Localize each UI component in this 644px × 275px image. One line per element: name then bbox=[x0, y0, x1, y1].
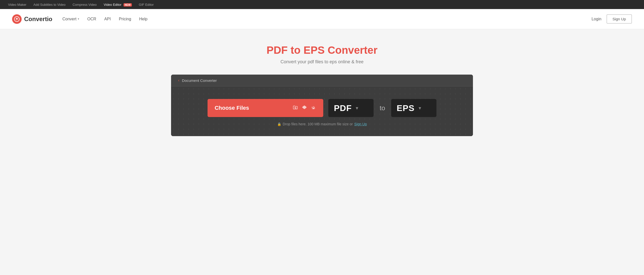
from-format-label: PDF bbox=[334, 103, 352, 113]
to-label: to bbox=[380, 104, 385, 112]
nav-convert[interactable]: Convert ▾ bbox=[62, 17, 79, 21]
nav-help[interactable]: Help bbox=[139, 17, 147, 21]
logo[interactable]: Convertio bbox=[12, 14, 52, 24]
converter-header: ‹ Document Converter bbox=[171, 75, 473, 86]
drop-info-text: Drop files here. 100 MB maximum file siz… bbox=[283, 122, 353, 126]
converter-body: Choose Files bbox=[171, 86, 473, 136]
hero-subtitle: Convert your pdf files to eps online & f… bbox=[5, 59, 639, 65]
folder-search-icon bbox=[293, 105, 298, 112]
nav-api[interactable]: API bbox=[104, 17, 111, 21]
logo-text: Convertio bbox=[24, 16, 52, 23]
btn-icons bbox=[293, 105, 316, 112]
navbar-right: Login Sign Up bbox=[591, 14, 632, 24]
from-format-chevron-icon: ▾ bbox=[356, 105, 358, 111]
converter-controls: Choose Files bbox=[181, 99, 463, 117]
topbar-video-editor[interactable]: Video Editor NEW bbox=[104, 3, 132, 7]
topbar-gif-editor[interactable]: GIF Editor bbox=[139, 3, 154, 7]
nav-ocr[interactable]: OCR bbox=[87, 17, 96, 21]
nav-links: Convert ▾ OCR API Pricing Help bbox=[62, 17, 147, 21]
to-format-selector[interactable]: EPS ▾ bbox=[391, 99, 436, 117]
to-format-label: EPS bbox=[397, 103, 415, 113]
topbar-video-maker[interactable]: Video Maker bbox=[8, 3, 26, 7]
nav-pricing[interactable]: Pricing bbox=[119, 17, 131, 21]
new-badge: NEW bbox=[124, 3, 132, 7]
navbar: Convertio Convert ▾ OCR API Pricing Help… bbox=[0, 9, 644, 29]
logo-icon bbox=[12, 14, 22, 24]
chevron-left-icon: ‹ bbox=[178, 78, 179, 83]
topbar-add-subtitles[interactable]: Add Subtitles to Video bbox=[33, 3, 66, 7]
hero-section: PDF to EPS Converter Convert your pdf fi… bbox=[0, 29, 644, 75]
choose-files-button[interactable]: Choose Files bbox=[208, 99, 323, 117]
signup-link[interactable]: Sign Up bbox=[354, 122, 367, 126]
dropbox-icon bbox=[302, 105, 307, 112]
page-title: PDF to EPS Converter bbox=[5, 44, 639, 56]
topbar: Video Maker Add Subtitles to Video Compr… bbox=[0, 0, 644, 9]
choose-files-label: Choose Files bbox=[215, 105, 249, 111]
lock-icon: 🔒 bbox=[277, 122, 281, 126]
googledrive-icon bbox=[311, 105, 316, 112]
to-format-chevron-icon: ▾ bbox=[419, 105, 421, 111]
converter-box: ‹ Document Converter Choose Files bbox=[171, 75, 473, 136]
login-link[interactable]: Login bbox=[591, 17, 601, 21]
converter-header-label: Document Converter bbox=[182, 78, 217, 83]
converter-wrapper: ‹ Document Converter Choose Files bbox=[0, 75, 644, 151]
drop-info: 🔒 Drop files here. 100 MB maximum file s… bbox=[277, 122, 367, 126]
from-format-selector[interactable]: PDF ▾ bbox=[328, 99, 374, 117]
topbar-compress-video[interactable]: Compress Video bbox=[72, 3, 97, 7]
convert-chevron-icon: ▾ bbox=[78, 17, 79, 21]
signup-button[interactable]: Sign Up bbox=[607, 14, 632, 24]
